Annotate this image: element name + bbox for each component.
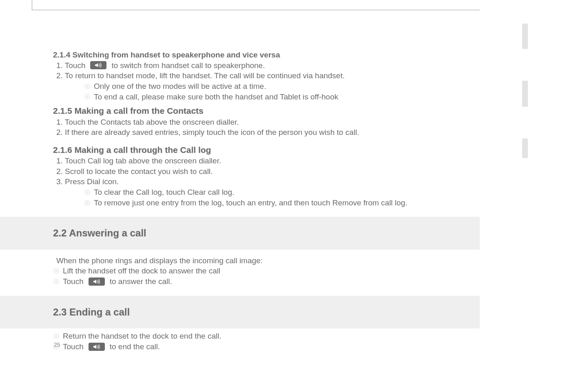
- heading-22: 2.2 Answering a call: [53, 227, 480, 240]
- bullet-icon: [53, 333, 60, 339]
- tip-line: Only one of the two modes will be active…: [84, 81, 443, 92]
- tip-text: To end a call, please make sure both the…: [94, 92, 338, 102]
- svg-point-7: [86, 202, 89, 204]
- svg-point-3: [86, 95, 89, 98]
- step-text: to switch from handset call to speakerph…: [111, 60, 265, 71]
- side-tab: [522, 139, 528, 158]
- bullet-icon: [84, 200, 91, 206]
- tip-text: To clear the Call log, touch Clear call …: [94, 187, 234, 198]
- answer-bullet-1: Lift the handset off the dock to answer …: [53, 266, 443, 276]
- tip-text: Only one of the two modes will be active…: [94, 81, 266, 92]
- step-215-2: 2. If there are already saved entries, s…: [56, 127, 443, 138]
- bullet-text: Lift the handset off the dock to answer …: [63, 266, 220, 276]
- step-216-3: 3. Press Dial icon.: [56, 176, 443, 187]
- bullet-icon: [84, 93, 91, 100]
- bullet-icon: [84, 83, 91, 90]
- tip-line: To remove just one entry from the log, t…: [84, 198, 443, 208]
- bullet-text: Return the handset to the dock to end th…: [63, 331, 222, 341]
- answer-bullet-2: Touch to answer the call.: [53, 276, 443, 287]
- section-band-22: 2.2 Answering a call: [0, 217, 480, 249]
- heading-215: 2.1.5 Making a call from the Contacts: [53, 105, 443, 117]
- bullet-text: to end the call.: [110, 341, 160, 352]
- section-band-23: 2.3 Ending a call: [0, 296, 480, 328]
- side-tab: [522, 24, 528, 49]
- speaker-icon: [89, 277, 105, 286]
- end-bullet-2: Touch to end the call.: [53, 341, 443, 352]
- bullet-text: Touch: [63, 341, 84, 352]
- step-216-2: 2. Scroll to locate the contact you wish…: [56, 166, 443, 177]
- intro-22: When the phone rings and displays the in…: [56, 255, 443, 266]
- heading-214: 2.1.4 Switching from handset to speakerp…: [53, 50, 443, 60]
- step-216-1: 1. Touch Call log tab above the onscreen…: [56, 156, 443, 166]
- step-text: 1. Touch: [56, 60, 85, 71]
- bullet-icon: [53, 278, 60, 285]
- heading-23: 2.3 Ending a call: [53, 306, 480, 319]
- bullet-text: to answer the call.: [110, 276, 172, 287]
- speaker-icon: [89, 343, 105, 351]
- side-tab: [522, 81, 528, 107]
- svg-point-9: [55, 270, 58, 272]
- page-body: 2.1.4 Switching from handset to speakerp…: [0, 0, 480, 392]
- tip-line: To end a call, please make sure both the…: [84, 92, 443, 102]
- svg-point-13: [55, 335, 58, 337]
- svg-point-1: [86, 85, 89, 88]
- heading-216: 2.1.6 Making a call through the Call log: [53, 144, 443, 156]
- sidebar-tabs: [522, 24, 528, 158]
- tip-text: To remove just one entry from the log, t…: [94, 198, 408, 208]
- step-215-1: 1. Touch the Contacts tab above the onsc…: [56, 117, 443, 128]
- end-bullet-1: Return the handset to the dock to end th…: [53, 331, 443, 341]
- svg-point-5: [86, 191, 89, 194]
- bullet-icon: [53, 268, 60, 274]
- bullet-text: Touch: [63, 276, 84, 287]
- tip-line: To clear the Call log, touch Clear call …: [84, 187, 443, 198]
- bullet-icon: [84, 189, 91, 196]
- svg-point-11: [55, 280, 58, 283]
- speaker-icon: [90, 61, 106, 69]
- step-214-1: 1. Touch to switch from handset call to …: [56, 60, 265, 71]
- page-number: 25: [54, 341, 60, 348]
- step-214-2: 2. To return to handset mode, lift the h…: [56, 70, 443, 81]
